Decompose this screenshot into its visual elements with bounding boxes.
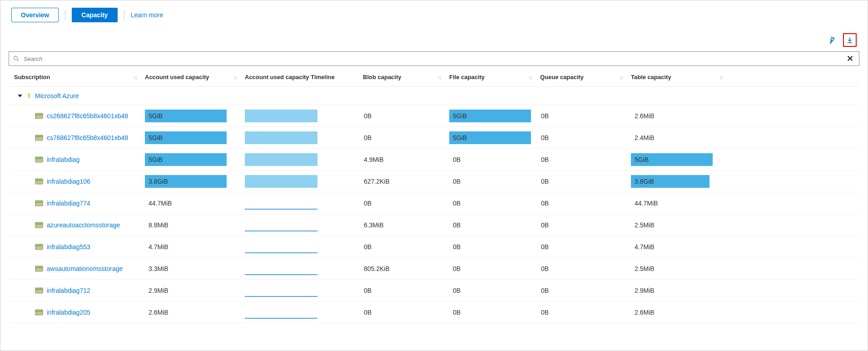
account-cell: infralabdiag553 xyxy=(9,243,145,251)
table-cell: 2.9MiB xyxy=(631,284,731,297)
file-bar: 0B xyxy=(449,306,531,319)
account-link[interactable]: infralabdiag106 xyxy=(47,178,90,185)
svg-rect-29 xyxy=(35,288,43,290)
sort-icon: ↑↓ xyxy=(719,75,723,80)
tab-capacity[interactable]: Capacity xyxy=(72,8,117,22)
blob-cell: 0B xyxy=(363,200,449,207)
blob-cell: 805.2KiB xyxy=(363,265,449,272)
timeline-spark xyxy=(245,197,317,210)
table-row: infralabdiag5GiB4.9MiB0B0B5GiB xyxy=(9,149,859,170)
account-link[interactable]: awsautomationomsstorage xyxy=(47,265,123,272)
timeline-spark xyxy=(245,306,317,319)
table-bar: 3.8GiB xyxy=(631,175,713,188)
storage-account-icon xyxy=(35,222,43,228)
timeline-spark xyxy=(245,175,317,188)
queue-cell: 0B xyxy=(540,265,631,272)
table-cell: 44.7MiB xyxy=(631,197,731,210)
used-bar: 4.7MiB xyxy=(145,241,227,253)
used-cell: 8.8MiB xyxy=(145,219,245,231)
account-cell: infralabdiag774 xyxy=(9,200,145,207)
used-bar: 2.9MiB xyxy=(145,284,227,297)
table-cell: 2.6MiB xyxy=(631,306,731,319)
pin-icon xyxy=(828,36,836,44)
col-file[interactable]: File capacity ↑↓ xyxy=(449,74,540,80)
queue-cell: 0B xyxy=(540,221,631,229)
timeline-cell xyxy=(245,131,363,144)
used-bar-value: 3.3MiB xyxy=(149,262,169,275)
account-cell: infralabdiag xyxy=(9,156,145,163)
table-cell: 2.6MiB xyxy=(631,110,731,122)
col-label: File capacity xyxy=(449,74,485,80)
queue-cell: 0B xyxy=(540,287,631,294)
account-link[interactable]: infralabdiag712 xyxy=(47,287,90,294)
col-table[interactable]: Table capacity ↑↓ xyxy=(631,74,731,80)
account-link[interactable]: cs768627f8c65b8x4601xb48 xyxy=(47,134,128,141)
col-blob[interactable]: Blob capacity ↑↓ xyxy=(363,74,449,80)
used-cell: 3.3MiB xyxy=(145,262,245,275)
svg-rect-5 xyxy=(35,113,43,115)
col-label: Account used capacity Timeline xyxy=(245,74,335,80)
search-box[interactable]: ✕ xyxy=(9,51,859,66)
tab-overview[interactable]: Overview xyxy=(11,8,59,22)
learn-more-link[interactable]: Learn more xyxy=(131,11,164,19)
account-link[interactable]: infralabdiag205 xyxy=(47,309,90,316)
col-queue[interactable]: Queue capacity ↑↓ xyxy=(540,74,631,80)
table-bar: 44.7MiB xyxy=(631,197,713,210)
col-account-used[interactable]: Account used capacity ↑↓ xyxy=(145,74,245,80)
used-bar: 5GiB xyxy=(145,110,227,122)
timeline-spark xyxy=(245,241,317,253)
svg-rect-12 xyxy=(35,158,43,159)
tab-row: Overview Capacity Learn more xyxy=(9,8,859,22)
used-bar-value: 5GiB xyxy=(149,110,163,122)
account-link[interactable]: cs268627f8c65b8x4601xb48 xyxy=(47,112,128,120)
used-bar-value: 4.7MiB xyxy=(149,241,169,253)
used-cell: 2.9MiB xyxy=(145,284,245,297)
col-subscription[interactable]: Subscription ↑↓ xyxy=(9,74,145,80)
svg-rect-33 xyxy=(35,311,43,311)
used-bar-value: 44.7MiB xyxy=(149,197,172,210)
file-bar-value: 0B xyxy=(453,241,461,253)
table-bar: 2.4MiB xyxy=(631,131,713,144)
account-cell: cs768627f8c65b8x4601xb48 xyxy=(9,134,145,141)
svg-rect-14 xyxy=(35,179,43,181)
blob-cell: 6.3MiB xyxy=(363,221,449,229)
storage-account-icon xyxy=(35,266,43,272)
used-bar-value: 2.6MiB xyxy=(149,306,169,319)
account-link[interactable]: infralabdiag xyxy=(47,156,79,163)
table-bar-value: 44.7MiB xyxy=(635,197,658,210)
subscription-link[interactable]: Microsoft Azure xyxy=(35,92,79,100)
queue-cell: 0B xyxy=(540,112,631,120)
table-bar-value: 2.5MiB xyxy=(635,262,655,275)
used-bar-value: 2.9MiB xyxy=(149,284,169,297)
svg-rect-23 xyxy=(35,244,43,246)
used-bar-value: 5GiB xyxy=(149,153,163,166)
file-bar-value: 0B xyxy=(453,197,461,210)
file-bar: 0B xyxy=(449,241,531,253)
account-link[interactable]: azureautoacctomsstorage xyxy=(47,221,120,229)
search-clear-button[interactable]: ✕ xyxy=(845,54,855,64)
blob-cell: 0B xyxy=(363,243,449,251)
storage-account-icon xyxy=(35,113,43,119)
table-bar-value: 2.6MiB xyxy=(635,306,655,319)
used-bar-value: 3.8GiB xyxy=(149,175,168,188)
blob-cell: 0B xyxy=(363,134,449,141)
account-link[interactable]: infralabdiag774 xyxy=(47,200,90,207)
table-cell: 2.5MiB xyxy=(631,219,731,231)
pin-button[interactable] xyxy=(825,33,838,47)
subscription-group-row[interactable]: Microsoft Azure xyxy=(9,87,859,105)
blob-cell: 0B xyxy=(363,287,449,294)
used-bar-value: 8.8MiB xyxy=(149,219,169,231)
storage-account-icon xyxy=(35,309,43,316)
account-link[interactable]: infralabdiag553 xyxy=(47,243,90,251)
queue-cell: 0B xyxy=(540,178,631,185)
download-button[interactable] xyxy=(843,33,857,47)
blob-cell: 0B xyxy=(363,309,449,316)
file-bar: 0B xyxy=(449,175,531,188)
file-bar: 0B xyxy=(449,284,531,297)
table-row: infralabdiag5534.7MiB0B0B0B4.7MiB xyxy=(9,236,859,258)
svg-rect-20 xyxy=(35,222,43,224)
svg-rect-6 xyxy=(35,115,43,115)
search-input[interactable] xyxy=(23,55,845,63)
col-label: Blob capacity xyxy=(363,74,402,80)
separator xyxy=(124,10,124,20)
